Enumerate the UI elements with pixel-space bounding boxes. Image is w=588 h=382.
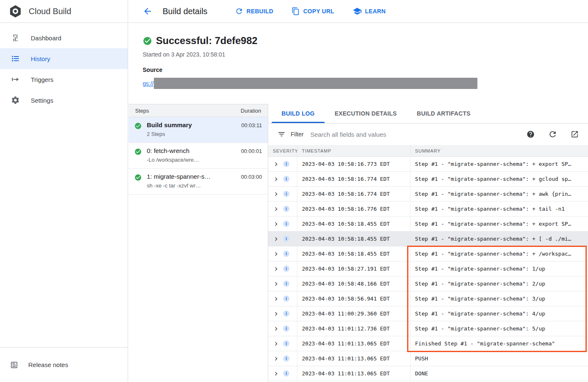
- source-redacted-value: [154, 78, 477, 89]
- log-row[interactable]: i 2023-04-03 10:58:18.455 EDT Step #1 - …: [268, 246, 588, 261]
- open-in-new-button[interactable]: [571, 130, 579, 138]
- dashboard-icon: [11, 33, 20, 42]
- log-severity-cell: i: [268, 321, 297, 336]
- log-summary: Step #1 - "migrate-spanner-schema": + gc…: [410, 172, 588, 186]
- step-duration: 00:03:00: [241, 174, 262, 180]
- copy-url-label: COPY URL: [303, 8, 334, 15]
- step-row[interactable]: 1: migrate-spanner-s… sh -xe -c tar -xzv…: [128, 169, 268, 195]
- step-subtitle: sh -xe -c tar -xzvf wr…: [147, 182, 236, 189]
- log-row[interactable]: i 2023-04-03 10:58:16.774 EDT Step #1 - …: [268, 172, 588, 187]
- sidebar-item-triggers[interactable]: Triggers: [0, 69, 128, 90]
- expand-chevron-icon[interactable]: [272, 325, 280, 333]
- log-timestamp: 2023-04-03 10:58:16.774 EDT: [297, 172, 410, 186]
- info-severity-icon: i: [283, 340, 289, 347]
- expand-chevron-icon[interactable]: [272, 205, 280, 213]
- log-search-input[interactable]: [310, 131, 520, 138]
- help-button[interactable]: [526, 130, 535, 138]
- log-row[interactable]: i 2023-04-03 11:01:13.065 EDT PUSH: [268, 351, 588, 366]
- release-notes-label: Release notes: [28, 361, 68, 368]
- log-row[interactable]: i 2023-04-03 10:58:48.166 EDT Step #1 - …: [268, 276, 588, 291]
- school-icon: [353, 7, 362, 16]
- expand-chevron-icon[interactable]: [272, 235, 280, 243]
- info-severity-icon: i: [283, 266, 289, 272]
- sidebar-item-label: Settings: [31, 97, 53, 104]
- rebuild-button[interactable]: REBUILD: [235, 7, 273, 15]
- cloud-build-logo-icon: [8, 4, 22, 18]
- learn-button[interactable]: LEARN: [353, 7, 386, 16]
- log-summary: Step #1 - "migrate-spanner-schema": + ta…: [410, 202, 588, 216]
- expand-chevron-icon[interactable]: [272, 250, 280, 258]
- log-row[interactable]: i 2023-04-03 11:01:12.736 EDT Step #1 - …: [268, 321, 588, 336]
- log-rows: i 2023-04-03 10:58:16.773 EDT Step #1 - …: [268, 157, 588, 382]
- tab-execution-details[interactable]: EXECUTION DETAILS: [325, 104, 407, 123]
- log-severity-cell: i: [268, 276, 297, 291]
- release-notes-link[interactable]: Release notes: [0, 347, 128, 382]
- log-summary: PUSH: [410, 351, 588, 366]
- back-arrow-button[interactable]: [143, 6, 153, 16]
- log-summary: Step #1 - "migrate-spanner-schema": 4/up: [410, 306, 588, 321]
- expand-chevron-icon[interactable]: [272, 175, 280, 183]
- log-severity-cell: i: [268, 232, 297, 246]
- log-timestamp: 2023-04-03 10:58:56.941 EDT: [297, 291, 410, 306]
- content-columns: Steps Duration Build summary 2 Steps 00:…: [128, 104, 588, 382]
- timestamp-column-header: TIMESTAMP: [297, 145, 410, 156]
- sidebar-item-history[interactable]: History: [0, 48, 128, 69]
- expand-chevron-icon[interactable]: [272, 355, 280, 362]
- rebuild-label: REBUILD: [247, 8, 273, 15]
- log-timestamp: 2023-04-03 11:01:12.736 EDT: [297, 321, 410, 336]
- log-row[interactable]: i 2023-04-03 10:58:27.191 EDT Step #1 - …: [268, 261, 588, 276]
- expand-chevron-icon[interactable]: [272, 160, 280, 168]
- summary-column-header: SUMMARY: [410, 145, 588, 156]
- log-row[interactable]: i 2023-04-03 10:58:16.773 EDT Step #1 - …: [268, 157, 588, 172]
- log-table-header: SEVERITY TIMESTAMP SUMMARY: [268, 145, 588, 157]
- sidebar-item-dashboard[interactable]: Dashboard: [0, 27, 128, 48]
- log-row[interactable]: i 2023-04-03 10:58:16.776 EDT Step #1 - …: [268, 202, 588, 217]
- sidebar-item-label: History: [31, 55, 50, 62]
- expand-chevron-icon[interactable]: [272, 310, 280, 318]
- log-timestamp: 2023-04-03 11:01:13.065 EDT: [297, 336, 410, 351]
- source-label: Source: [143, 67, 588, 73]
- step-subtitle: 2 Steps: [147, 131, 236, 137]
- tab-build-artifacts[interactable]: BUILD ARTIFACTS: [407, 104, 480, 123]
- log-severity-cell: i: [268, 306, 297, 321]
- document-icon: [10, 361, 18, 369]
- info-severity-icon: i: [283, 236, 289, 242]
- log-row[interactable]: i 2023-04-03 11:01:13.065 EDT DONE: [268, 366, 588, 381]
- expand-chevron-icon[interactable]: [272, 280, 280, 288]
- expand-chevron-icon[interactable]: [272, 340, 280, 347]
- copy-url-button[interactable]: COPY URL: [292, 7, 334, 15]
- step-row[interactable]: 0: fetch-wrench -Lo /workspace/wre… 00:0…: [128, 143, 268, 169]
- sidebar-item-settings[interactable]: Settings: [0, 90, 128, 111]
- source-link[interactable]: gs://: [143, 80, 153, 87]
- info-severity-icon: i: [283, 296, 289, 302]
- expand-chevron-icon[interactable]: [272, 265, 280, 273]
- log-timestamp: 2023-04-03 10:58:18.455 EDT: [297, 232, 410, 246]
- expand-chevron-icon[interactable]: [272, 220, 280, 228]
- refresh-icon: [235, 7, 243, 15]
- step-row[interactable]: Build summary 2 Steps 00:03:11: [128, 117, 268, 143]
- steps-panel-header: Steps Duration: [128, 104, 268, 117]
- log-row[interactable]: i 2023-04-03 10:58:56.941 EDT Step #1 - …: [268, 291, 588, 306]
- expand-chevron-icon[interactable]: [272, 370, 280, 377]
- log-panel: BUILD LOG EXECUTION DETAILS BUILD ARTIFA…: [268, 104, 588, 382]
- filter-bar: Filter: [268, 123, 588, 145]
- tab-build-log[interactable]: BUILD LOG: [272, 104, 325, 123]
- log-summary: Step #1 - "migrate-spanner-schema": 5/up: [410, 321, 588, 336]
- log-row[interactable]: i 2023-04-03 11:01:13.065 EDT Finished S…: [268, 336, 588, 351]
- info-severity-icon: i: [283, 221, 289, 227]
- info-severity-icon: i: [283, 206, 289, 212]
- step-title: 0: fetch-wrench: [147, 147, 236, 154]
- step-title: 1: migrate-spanner-s…: [147, 173, 236, 180]
- step-subtitle: -Lo /workspace/wre…: [147, 157, 236, 163]
- info-severity-icon: i: [283, 325, 289, 332]
- log-severity-cell: i: [268, 351, 297, 366]
- log-row[interactable]: i 2023-04-03 10:58:16.774 EDT Step #1 - …: [268, 187, 588, 202]
- expand-chevron-icon[interactable]: [272, 295, 280, 303]
- log-row[interactable]: i 2023-04-03 11:00:29.360 EDT Step #1 - …: [268, 306, 588, 321]
- expand-chevron-icon[interactable]: [272, 190, 280, 198]
- log-summary: Step #1 - "migrate-spanner-schema": 2/up: [410, 276, 588, 291]
- log-row[interactable]: i 2023-04-03 10:58:18.455 EDT Step #1 - …: [268, 217, 588, 232]
- log-summary: Step #1 - "migrate-spanner-schema": + ex…: [410, 157, 588, 171]
- log-row[interactable]: i 2023-04-03 10:58:18.455 EDT Step #1 - …: [268, 232, 588, 246]
- refresh-logs-button[interactable]: [548, 130, 557, 139]
